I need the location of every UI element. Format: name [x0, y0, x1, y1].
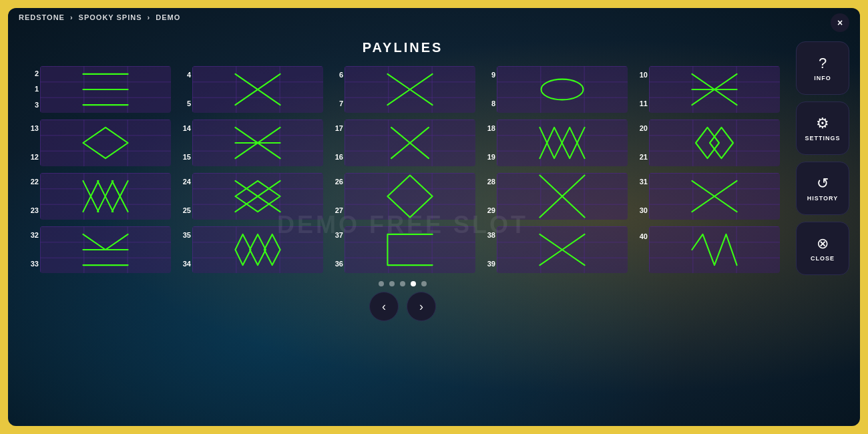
- payline-numbers: 2627: [330, 173, 343, 220]
- pagination-dot[interactable]: [421, 281, 427, 286]
- main-container: REDSTONE › SPOOKY SPINS › DEMO × ? INFO …: [8, 8, 860, 426]
- svg-line-18: [391, 128, 410, 143]
- payline-numbers: 98: [482, 66, 495, 113]
- prev-button[interactable]: ‹: [369, 292, 399, 321]
- payline-number: 18: [482, 125, 495, 132]
- payline-number: 34: [178, 260, 191, 268]
- close-button[interactable]: ⊗ CLOSE: [796, 222, 849, 275]
- svg-line-43: [562, 250, 585, 265]
- payline-canvas: [649, 173, 780, 220]
- payline-number: 11: [634, 100, 648, 107]
- close-icon: ⊗: [817, 235, 829, 252]
- payline-number: 1: [25, 85, 39, 93]
- info-label: INFO: [814, 75, 831, 81]
- payline-number: 38: [482, 232, 495, 239]
- payline-cell: 3130: [634, 173, 780, 220]
- payline-canvas: [345, 226, 475, 273]
- pagination-dot[interactable]: [411, 281, 416, 286]
- svg-line-20: [391, 143, 410, 158]
- history-button[interactable]: ↺ HISTORY: [796, 162, 849, 215]
- svg-line-5: [387, 74, 410, 89]
- payline-cell: 67: [330, 66, 475, 113]
- svg-line-37: [105, 234, 128, 250]
- payline-cell: 1819: [482, 120, 628, 166]
- payline-number: 13: [25, 125, 39, 132]
- nav-arrows: ‹ ›: [369, 292, 436, 321]
- payline-cell: 3839: [482, 226, 628, 273]
- payline-cell: 1312: [25, 120, 171, 166]
- pagination-dot[interactable]: [400, 281, 405, 286]
- svg-line-34: [692, 196, 714, 212]
- payline-numbers: 2223: [25, 173, 39, 220]
- payline-canvas: [345, 66, 475, 113]
- svg-line-41: [562, 234, 585, 250]
- pagination-dot[interactable]: [379, 281, 384, 286]
- payline-number: 7: [330, 100, 343, 107]
- payline-canvas: [40, 120, 171, 166]
- payline-numbers: 1716: [330, 120, 343, 166]
- svg-line-8: [410, 89, 433, 105]
- svg-line-35: [714, 196, 737, 212]
- settings-label: SETTINGS: [805, 135, 840, 142]
- payline-number: 21: [634, 154, 648, 161]
- payline-number: 26: [330, 178, 343, 186]
- close-label: CLOSE: [811, 255, 835, 262]
- svg-line-6: [410, 74, 433, 89]
- payline-canvas: [40, 173, 171, 220]
- payline-number: 33: [25, 260, 39, 268]
- payline-numbers: 2829: [482, 173, 495, 220]
- history-icon: ↺: [817, 175, 829, 192]
- payline-number: 20: [634, 125, 648, 132]
- payline-canvas: [649, 226, 780, 273]
- payline-cell: 45: [178, 66, 323, 113]
- payline-canvas: [192, 66, 323, 113]
- payline-cell: 3736: [330, 226, 475, 273]
- close-x-button[interactable]: ×: [831, 13, 849, 32]
- payline-canvas: [649, 66, 780, 113]
- payline-cell: 2021: [634, 120, 780, 166]
- payline-cell: 1716: [330, 120, 475, 166]
- payline-number: 15: [178, 154, 191, 161]
- pagination-dot[interactable]: [389, 281, 395, 286]
- payline-number: 39: [482, 260, 495, 268]
- svg-line-36: [83, 234, 105, 250]
- svg-line-10: [692, 74, 714, 89]
- payline-canvas: [497, 120, 628, 166]
- svg-line-11: [714, 74, 737, 89]
- payline-numbers: 1415: [178, 120, 191, 166]
- svg-line-32: [692, 181, 714, 196]
- payline-canvas: [345, 173, 475, 220]
- history-label: HISTORY: [807, 195, 839, 202]
- payline-number: 40: [634, 233, 648, 240]
- next-button[interactable]: ›: [407, 292, 436, 321]
- payline-canvas: [345, 120, 475, 166]
- settings-button[interactable]: ⚙ SETTINGS: [796, 101, 849, 155]
- payline-number: 14: [178, 125, 191, 132]
- svg-line-7: [387, 89, 410, 105]
- payline-number: 37: [330, 232, 343, 239]
- settings-icon: ⚙: [816, 115, 829, 132]
- paylines-grid: 213 45 67 98 1011: [19, 66, 787, 273]
- payline-canvas: [497, 226, 628, 273]
- payline-cell: 98: [482, 66, 628, 113]
- payline-number: 4: [178, 71, 191, 79]
- payline-number: 3: [25, 101, 39, 109]
- svg-line-19: [410, 128, 429, 143]
- payline-numbers: 3736: [330, 226, 343, 273]
- svg-line-42: [539, 250, 562, 265]
- payline-numbers: 3534: [178, 226, 191, 273]
- payline-number: 35: [178, 232, 191, 239]
- breadcrumb-demo: DEMO: [156, 13, 180, 21]
- payline-number: 23: [25, 207, 39, 214]
- info-button[interactable]: ? INFO: [796, 41, 849, 95]
- payline-number: 27: [330, 207, 343, 214]
- payline-numbers: 213: [25, 66, 39, 113]
- payline-number: 17: [330, 125, 343, 132]
- payline-number: 36: [330, 260, 343, 268]
- payline-canvas: [192, 226, 323, 273]
- payline-cell: 1011: [634, 66, 780, 113]
- payline-canvas: [192, 173, 323, 220]
- payline-canvas: [649, 120, 780, 166]
- payline-cell: 2425: [178, 173, 323, 220]
- breadcrumb-sep2: ›: [148, 13, 151, 21]
